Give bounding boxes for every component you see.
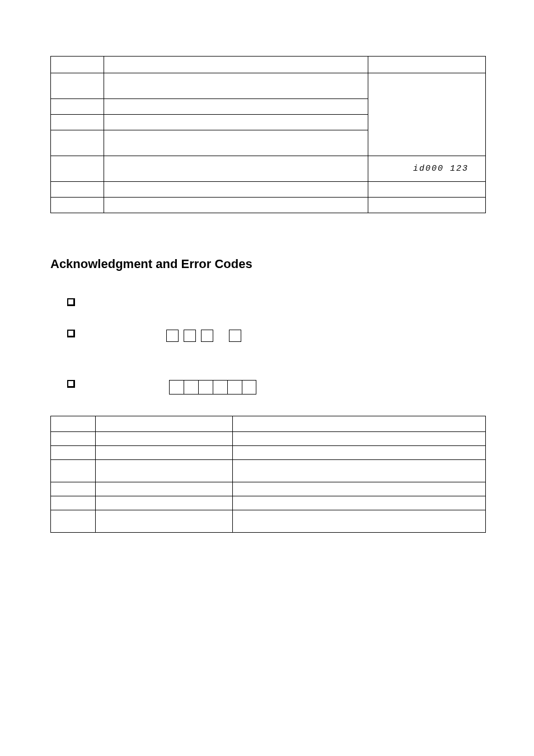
cell	[104, 99, 368, 115]
cell	[51, 115, 104, 130]
input-boxes	[166, 330, 241, 342]
cell	[96, 416, 233, 432]
cell	[51, 57, 104, 73]
input-box[interactable]	[169, 380, 184, 395]
input-box[interactable]	[242, 380, 256, 395]
table-row	[51, 432, 486, 446]
checklist-row	[50, 298, 486, 306]
input-box[interactable]	[229, 330, 241, 342]
cell	[104, 57, 368, 73]
input-box[interactable]	[227, 380, 242, 395]
table-row: id000 123	[51, 156, 486, 182]
table-row	[51, 73, 486, 99]
input-box[interactable]	[166, 330, 179, 342]
cell	[51, 99, 104, 115]
cell	[368, 198, 486, 213]
gap	[218, 330, 224, 342]
cell	[104, 182, 368, 198]
section-heading: Acknowledgment and Error Codes	[50, 257, 486, 271]
cell	[51, 130, 104, 156]
input-box[interactable]	[198, 380, 213, 395]
cell	[96, 482, 233, 496]
cell	[104, 156, 368, 182]
cell	[96, 446, 233, 460]
cell	[233, 446, 486, 460]
cell	[233, 460, 486, 482]
cell	[96, 460, 233, 482]
input-boxes	[169, 380, 256, 395]
table-row	[51, 482, 486, 496]
table-row	[51, 198, 486, 213]
cell	[233, 416, 486, 432]
input-box[interactable]	[184, 380, 198, 395]
cell	[51, 416, 96, 432]
cell	[233, 432, 486, 446]
cell	[368, 182, 486, 198]
table-row	[51, 57, 486, 73]
id-cell: id000 123	[368, 156, 486, 182]
cell	[368, 73, 486, 156]
checkbox-icon[interactable]	[67, 380, 75, 388]
table-row	[51, 510, 486, 533]
input-box[interactable]	[201, 330, 213, 342]
cell	[96, 496, 233, 510]
cell	[51, 156, 104, 182]
cell	[233, 510, 486, 533]
cell	[96, 432, 233, 446]
cell	[51, 198, 104, 213]
table-row	[51, 496, 486, 510]
table-row	[51, 182, 486, 198]
input-box[interactable]	[213, 380, 227, 395]
cell	[104, 198, 368, 213]
error-codes-table	[50, 416, 486, 533]
cell	[51, 432, 96, 446]
cell	[51, 460, 96, 482]
cell	[104, 73, 368, 99]
cell	[51, 446, 96, 460]
input-box[interactable]	[184, 330, 196, 342]
page-content: id000 123 Acknowledgment and Error Codes	[50, 56, 486, 533]
table-row	[51, 416, 486, 432]
cell	[51, 510, 96, 533]
cell	[104, 115, 368, 130]
top-table: id000 123	[50, 56, 486, 213]
checklist-row	[50, 330, 486, 342]
cell	[51, 182, 104, 198]
table-row	[51, 446, 486, 460]
cell	[51, 482, 96, 496]
cell	[368, 57, 486, 73]
table-row	[51, 460, 486, 482]
cell	[233, 496, 486, 510]
cell	[233, 482, 486, 496]
cell	[96, 510, 233, 533]
checkbox-icon[interactable]	[67, 330, 75, 337]
checkbox-icon[interactable]	[67, 298, 75, 306]
checklist-row	[50, 380, 486, 395]
cell	[51, 496, 96, 510]
cell	[104, 130, 368, 156]
cell	[51, 73, 104, 99]
